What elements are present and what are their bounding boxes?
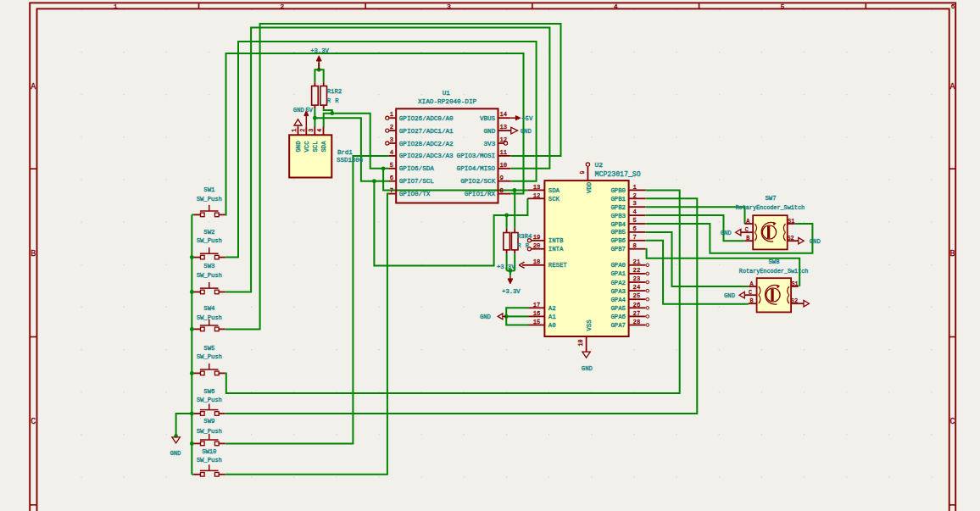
svg-text:GPA1: GPA1: [610, 270, 626, 277]
svg-text:GPIO29/ADC3/A3: GPIO29/ADC3/A3: [399, 153, 454, 159]
svg-text:GND: GND: [521, 128, 532, 135]
svg-text:MCP23017_SO: MCP23017_SO: [595, 170, 641, 178]
svg-text:Brd1: Brd1: [337, 149, 353, 156]
svg-text:GND: GND: [295, 141, 302, 153]
svg-text:SW_Push: SW_Push: [197, 272, 222, 279]
svg-text:GPA2: GPA2: [610, 280, 626, 286]
svg-text:GPB5: GPB5: [610, 229, 626, 236]
svg-text:GPIO4/MISO: GPIO4/MISO: [457, 165, 496, 172]
svg-text:7: 7: [390, 187, 393, 194]
svg-text:GPB4: GPB4: [610, 221, 626, 228]
svg-text:19: 19: [533, 234, 541, 241]
svg-text:VCC: VCC: [303, 141, 310, 153]
svg-text:S2: S2: [791, 297, 798, 304]
svg-text:GPB6: GPB6: [610, 237, 626, 244]
svg-text:U2: U2: [595, 162, 604, 169]
svg-text:GPIO6/SDA: GPIO6/SDA: [399, 165, 434, 172]
svg-text:26: 26: [633, 302, 641, 308]
svg-text:RESET: RESET: [548, 262, 568, 269]
svg-text:+3.3V: +3.3V: [497, 264, 515, 270]
svg-text:2: 2: [390, 124, 393, 131]
svg-text:24: 24: [633, 284, 641, 291]
svg-text:4: 4: [390, 149, 393, 156]
svg-text:12: 12: [533, 192, 541, 199]
svg-text:3: 3: [633, 200, 637, 207]
svg-text:1: 1: [291, 129, 298, 132]
svg-text:GPB3: GPB3: [610, 213, 626, 219]
svg-text:8: 8: [500, 187, 504, 194]
svg-text:1: 1: [114, 3, 118, 10]
svg-text:R1R2: R1R2: [327, 88, 342, 95]
svg-text:10: 10: [577, 339, 584, 346]
svg-text:B: B: [746, 235, 749, 242]
svg-text:14: 14: [500, 111, 508, 118]
svg-text:18: 18: [533, 258, 541, 265]
svg-text:GND: GND: [293, 107, 304, 114]
svg-text:7: 7: [633, 234, 637, 241]
svg-text:GPIO27/ADC1/A1: GPIO27/ADC1/A1: [399, 128, 454, 135]
svg-text:2: 2: [281, 3, 285, 10]
svg-text:3: 3: [447, 3, 451, 10]
svg-text:SW_Push: SW_Push: [197, 314, 222, 321]
svg-text:12: 12: [500, 136, 508, 143]
svg-text:23: 23: [633, 275, 641, 282]
svg-text:RotaryEncoder_Switch: RotaryEncoder_Switch: [739, 268, 809, 275]
svg-text:GPA5: GPA5: [610, 305, 626, 312]
svg-text:GPIO28/ADC2/A2: GPIO28/ADC2/A2: [399, 141, 454, 147]
svg-text:1: 1: [390, 111, 393, 118]
svg-text:VDD: VDD: [586, 181, 593, 193]
svg-text:GPB7: GPB7: [610, 246, 626, 253]
svg-text:GPA6: GPA6: [610, 314, 626, 320]
svg-text:4: 4: [316, 129, 323, 132]
svg-text:GPIO3/MOSI: GPIO3/MOSI: [457, 153, 496, 159]
svg-text:GND: GND: [721, 230, 732, 236]
svg-text:4: 4: [614, 3, 618, 10]
svg-text:C: C: [745, 226, 749, 233]
svg-text:3V3: 3V3: [484, 141, 496, 147]
svg-text:SDA: SDA: [320, 141, 327, 153]
svg-text:+3.3V: +3.3V: [502, 288, 521, 295]
svg-text:SW7: SW7: [766, 195, 777, 202]
svg-text:A1: A1: [548, 314, 556, 320]
svg-text:C: C: [749, 289, 752, 296]
svg-text:R3R4: R3R4: [517, 233, 532, 240]
svg-text:GPA4: GPA4: [610, 297, 626, 303]
svg-text:GND: GND: [480, 314, 491, 320]
svg-text:S1: S1: [788, 218, 794, 225]
svg-text:SW10: SW10: [202, 448, 216, 455]
svg-text:GND: GND: [724, 292, 735, 299]
svg-text:SW8: SW8: [769, 258, 780, 265]
svg-text:SDA: SDA: [548, 187, 560, 194]
svg-text:VBUS: VBUS: [480, 115, 496, 122]
svg-text:SW4: SW4: [203, 305, 214, 312]
svg-text:GPB1: GPB1: [610, 196, 626, 203]
svg-text:GPIO2/SCK: GPIO2/SCK: [460, 178, 495, 185]
svg-text:25: 25: [633, 292, 641, 299]
svg-text:R: R: [517, 242, 521, 249]
svg-text:A2: A2: [548, 305, 556, 312]
svg-text:B: B: [949, 249, 955, 258]
svg-text:3: 3: [308, 129, 315, 132]
svg-text:5: 5: [390, 162, 393, 169]
svg-text:SW1: SW1: [203, 186, 214, 193]
svg-text:SCL: SCL: [312, 141, 319, 152]
svg-text:17: 17: [533, 302, 541, 308]
svg-text:GND: GND: [810, 238, 821, 245]
svg-text:27: 27: [633, 310, 641, 317]
svg-text:4: 4: [633, 208, 637, 215]
svg-text:15: 15: [533, 319, 541, 325]
svg-text:22: 22: [633, 267, 641, 274]
svg-text:20: 20: [533, 242, 541, 249]
svg-text:R: R: [526, 242, 530, 249]
svg-text:INTA: INTA: [548, 246, 564, 253]
svg-text:GND: GND: [170, 450, 181, 457]
svg-text:B: B: [31, 249, 36, 258]
svg-text:A: A: [31, 82, 36, 92]
svg-text:C: C: [31, 417, 36, 426]
svg-text:SW_Push: SW_Push: [197, 237, 222, 244]
svg-text:A0: A0: [548, 322, 556, 329]
svg-text:R: R: [327, 97, 331, 104]
svg-text:INTB: INTB: [548, 237, 564, 244]
svg-text:6: 6: [633, 225, 637, 232]
svg-text:13: 13: [533, 184, 541, 191]
